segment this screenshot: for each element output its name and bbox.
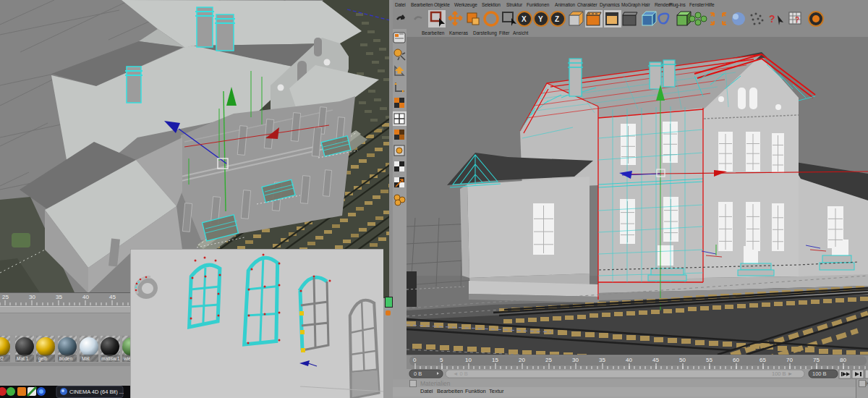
svg-text:gelb: gelb <box>38 356 48 362</box>
svg-text:X: X <box>522 15 527 23</box>
svg-text:z2: z2 <box>0 356 4 361</box>
svg-text:25: 25 <box>2 294 9 300</box>
svg-text:Mat.1: Mat.1 <box>17 356 29 361</box>
svg-text:boden: boden <box>59 356 72 361</box>
svg-text:45: 45 <box>109 294 116 300</box>
svg-text:mattsw.1: mattsw.1 <box>101 356 120 361</box>
svg-text:55: 55 <box>706 357 712 363</box>
svg-text:25: 25 <box>545 357 552 363</box>
svg-text:65: 65 <box>760 357 766 363</box>
svg-text:?: ? <box>795 16 799 24</box>
svg-text:15: 15 <box>492 357 498 363</box>
svg-text:40: 40 <box>82 294 89 300</box>
svg-text:10: 10 <box>465 357 472 363</box>
svg-text:45: 45 <box>652 357 659 363</box>
svg-text:CINEMA 4D (64 Bit) ...: CINEMA 4D (64 Bit) ... <box>69 389 124 395</box>
svg-text:Y: Y <box>538 15 543 23</box>
svg-text:Z: Z <box>555 15 559 23</box>
svg-text:60: 60 <box>733 357 739 363</box>
svg-text:35: 35 <box>599 357 605 363</box>
svg-text:0 B: 0 B <box>414 371 422 377</box>
svg-text:75: 75 <box>813 357 820 363</box>
svg-text:◄ 0 B: ◄ 0 B <box>453 371 468 377</box>
svg-text:35: 35 <box>56 294 62 300</box>
svg-text:100 B ►: 100 B ► <box>772 371 793 377</box>
svg-text:?: ? <box>769 13 775 25</box>
svg-text:100 B: 100 B <box>812 371 827 377</box>
svg-text:70: 70 <box>786 357 793 363</box>
svg-text:80: 80 <box>840 357 846 363</box>
svg-text:30: 30 <box>572 357 579 363</box>
svg-text:40: 40 <box>626 357 632 363</box>
svg-text:30: 30 <box>29 294 35 300</box>
svg-text:5: 5 <box>440 357 443 363</box>
svg-text:Mat: Mat <box>82 356 90 361</box>
svg-text:20: 20 <box>519 357 525 363</box>
svg-text:50: 50 <box>679 357 686 363</box>
svg-text:0: 0 <box>413 357 417 363</box>
